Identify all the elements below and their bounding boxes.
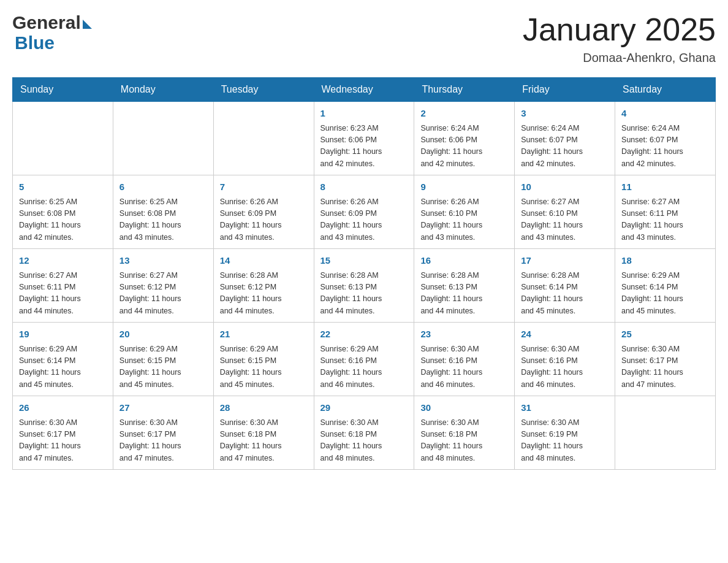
calendar-cell: 22Sunrise: 6:29 AM Sunset: 6:16 PM Dayli… <box>314 323 414 396</box>
month-title: January 2025 <box>523 12 716 47</box>
day-info: Sunrise: 6:30 AM Sunset: 6:17 PM Dayligh… <box>621 343 709 391</box>
day-info: Sunrise: 6:30 AM Sunset: 6:18 PM Dayligh… <box>420 417 508 465</box>
day-number: 23 <box>420 327 508 342</box>
week-row-5: 26Sunrise: 6:30 AM Sunset: 6:17 PM Dayli… <box>13 396 716 470</box>
calendar-cell <box>113 102 213 175</box>
day-number: 28 <box>220 401 308 415</box>
calendar-cell <box>615 396 716 470</box>
calendar-cell: 3Sunrise: 6:24 AM Sunset: 6:07 PM Daylig… <box>515 102 615 175</box>
calendar-table: SundayMondayTuesdayWednesdayThursdayFrid… <box>12 77 716 470</box>
day-number: 7 <box>220 180 308 194</box>
calendar-cell <box>213 102 314 175</box>
day-info: Sunrise: 6:30 AM Sunset: 6:17 PM Dayligh… <box>119 417 207 465</box>
calendar-cell: 8Sunrise: 6:26 AM Sunset: 6:09 PM Daylig… <box>314 175 414 249</box>
week-row-1: 1Sunrise: 6:23 AM Sunset: 6:06 PM Daylig… <box>13 102 716 175</box>
day-info: Sunrise: 6:29 AM Sunset: 6:14 PM Dayligh… <box>19 343 107 391</box>
day-info: Sunrise: 6:28 AM Sunset: 6:13 PM Dayligh… <box>320 270 408 318</box>
calendar-cell: 28Sunrise: 6:30 AM Sunset: 6:18 PM Dayli… <box>213 396 314 470</box>
calendar-cell: 27Sunrise: 6:30 AM Sunset: 6:17 PM Dayli… <box>113 396 213 470</box>
day-info: Sunrise: 6:27 AM Sunset: 6:11 PM Dayligh… <box>19 270 107 318</box>
day-info: Sunrise: 6:24 AM Sunset: 6:07 PM Dayligh… <box>521 123 609 170</box>
calendar-header-saturday: Saturday <box>615 78 716 102</box>
calendar-cell: 31Sunrise: 6:30 AM Sunset: 6:19 PM Dayli… <box>515 396 615 470</box>
calendar-cell: 30Sunrise: 6:30 AM Sunset: 6:18 PM Dayli… <box>414 396 515 470</box>
day-info: Sunrise: 6:27 AM Sunset: 6:10 PM Dayligh… <box>521 196 609 244</box>
day-number: 27 <box>119 401 207 415</box>
day-number: 21 <box>220 327 308 342</box>
calendar-cell: 2Sunrise: 6:24 AM Sunset: 6:06 PM Daylig… <box>414 102 515 175</box>
day-info: Sunrise: 6:28 AM Sunset: 6:12 PM Dayligh… <box>220 270 308 318</box>
calendar-cell: 7Sunrise: 6:26 AM Sunset: 6:09 PM Daylig… <box>213 175 314 249</box>
day-number: 22 <box>320 327 408 342</box>
day-number: 9 <box>420 180 508 194</box>
day-info: Sunrise: 6:29 AM Sunset: 6:15 PM Dayligh… <box>119 343 207 391</box>
calendar-cell: 13Sunrise: 6:27 AM Sunset: 6:12 PM Dayli… <box>113 249 213 323</box>
day-number: 6 <box>119 180 207 194</box>
calendar-cell: 5Sunrise: 6:25 AM Sunset: 6:08 PM Daylig… <box>13 175 113 249</box>
week-row-2: 5Sunrise: 6:25 AM Sunset: 6:08 PM Daylig… <box>13 175 716 249</box>
calendar-cell: 17Sunrise: 6:28 AM Sunset: 6:14 PM Dayli… <box>515 249 615 323</box>
calendar-cell: 11Sunrise: 6:27 AM Sunset: 6:11 PM Dayli… <box>615 175 716 249</box>
day-number: 29 <box>320 401 408 415</box>
day-info: Sunrise: 6:23 AM Sunset: 6:06 PM Dayligh… <box>320 123 408 170</box>
calendar-header-friday: Friday <box>515 78 615 102</box>
day-number: 11 <box>621 180 709 194</box>
day-info: Sunrise: 6:30 AM Sunset: 6:19 PM Dayligh… <box>521 417 609 465</box>
day-number: 30 <box>420 401 508 415</box>
day-number: 5 <box>19 180 107 194</box>
day-number: 16 <box>420 254 508 268</box>
calendar-cell: 10Sunrise: 6:27 AM Sunset: 6:10 PM Dayli… <box>515 175 615 249</box>
calendar-header-sunday: Sunday <box>13 78 113 102</box>
logo-blue-text: Blue <box>15 33 55 53</box>
day-number: 26 <box>19 401 107 415</box>
week-row-3: 12Sunrise: 6:27 AM Sunset: 6:11 PM Dayli… <box>13 249 716 323</box>
title-section: January 2025 Domaa-Ahenkro, Ghana <box>523 12 716 65</box>
day-number: 18 <box>621 254 709 268</box>
day-info: Sunrise: 6:25 AM Sunset: 6:08 PM Dayligh… <box>119 196 207 244</box>
calendar-cell: 14Sunrise: 6:28 AM Sunset: 6:12 PM Dayli… <box>213 249 314 323</box>
calendar-cell: 6Sunrise: 6:25 AM Sunset: 6:08 PM Daylig… <box>113 175 213 249</box>
day-number: 17 <box>521 254 609 268</box>
calendar-cell: 4Sunrise: 6:24 AM Sunset: 6:07 PM Daylig… <box>615 102 716 175</box>
day-number: 1 <box>320 107 408 121</box>
location-text: Domaa-Ahenkro, Ghana <box>523 51 716 65</box>
day-number: 3 <box>521 107 609 121</box>
day-info: Sunrise: 6:27 AM Sunset: 6:11 PM Dayligh… <box>621 196 709 244</box>
day-info: Sunrise: 6:30 AM Sunset: 6:17 PM Dayligh… <box>19 417 107 465</box>
day-number: 13 <box>119 254 207 268</box>
day-number: 4 <box>621 107 709 121</box>
calendar-header-thursday: Thursday <box>414 78 515 102</box>
logo: General Blue <box>12 12 92 53</box>
day-number: 25 <box>621 327 709 342</box>
day-info: Sunrise: 6:24 AM Sunset: 6:07 PM Dayligh… <box>621 123 709 170</box>
day-number: 19 <box>19 327 107 342</box>
day-number: 20 <box>119 327 207 342</box>
calendar-header-wednesday: Wednesday <box>314 78 414 102</box>
day-number: 31 <box>521 401 609 415</box>
day-info: Sunrise: 6:29 AM Sunset: 6:15 PM Dayligh… <box>220 343 308 391</box>
calendar-cell: 20Sunrise: 6:29 AM Sunset: 6:15 PM Dayli… <box>113 323 213 396</box>
day-info: Sunrise: 6:26 AM Sunset: 6:09 PM Dayligh… <box>220 196 308 244</box>
day-info: Sunrise: 6:30 AM Sunset: 6:16 PM Dayligh… <box>521 343 609 391</box>
calendar-cell: 24Sunrise: 6:30 AM Sunset: 6:16 PM Dayli… <box>515 323 615 396</box>
calendar-header-row: SundayMondayTuesdayWednesdayThursdayFrid… <box>13 78 716 102</box>
logo-general-text: General <box>12 12 81 33</box>
calendar-cell: 16Sunrise: 6:28 AM Sunset: 6:13 PM Dayli… <box>414 249 515 323</box>
day-info: Sunrise: 6:30 AM Sunset: 6:16 PM Dayligh… <box>420 343 508 391</box>
week-row-4: 19Sunrise: 6:29 AM Sunset: 6:14 PM Dayli… <box>13 323 716 396</box>
day-info: Sunrise: 6:24 AM Sunset: 6:06 PM Dayligh… <box>420 123 508 170</box>
calendar-cell: 21Sunrise: 6:29 AM Sunset: 6:15 PM Dayli… <box>213 323 314 396</box>
calendar-cell: 29Sunrise: 6:30 AM Sunset: 6:18 PM Dayli… <box>314 396 414 470</box>
day-number: 12 <box>19 254 107 268</box>
logo-arrow-icon <box>83 20 92 29</box>
calendar-cell <box>13 102 113 175</box>
day-info: Sunrise: 6:29 AM Sunset: 6:14 PM Dayligh… <box>621 270 709 318</box>
day-number: 14 <box>220 254 308 268</box>
day-info: Sunrise: 6:27 AM Sunset: 6:12 PM Dayligh… <box>119 270 207 318</box>
calendar-cell: 19Sunrise: 6:29 AM Sunset: 6:14 PM Dayli… <box>13 323 113 396</box>
calendar-cell: 26Sunrise: 6:30 AM Sunset: 6:17 PM Dayli… <box>13 396 113 470</box>
day-number: 24 <box>521 327 609 342</box>
calendar-cell: 1Sunrise: 6:23 AM Sunset: 6:06 PM Daylig… <box>314 102 414 175</box>
page-header: General Blue January 2025 Domaa-Ahenkro,… <box>12 12 716 65</box>
day-info: Sunrise: 6:29 AM Sunset: 6:16 PM Dayligh… <box>320 343 408 391</box>
